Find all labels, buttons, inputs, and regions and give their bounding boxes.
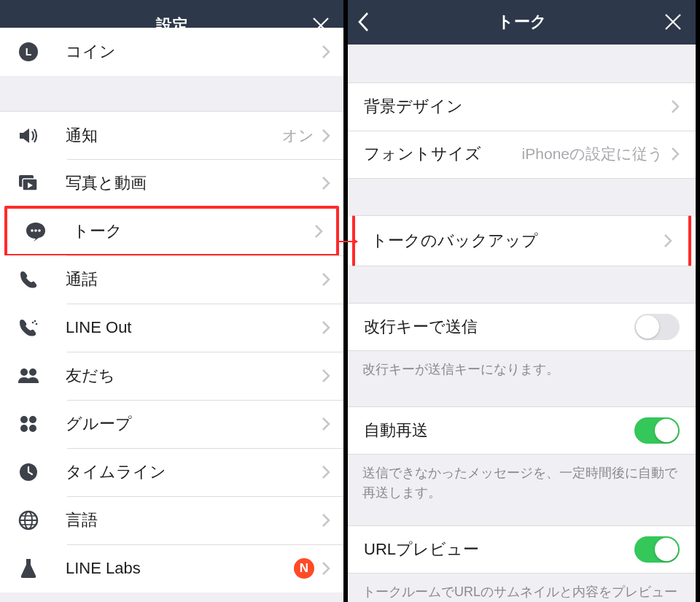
notifications-label: 通知 xyxy=(44,125,282,147)
settings-pane: 設定 L コイン 通知 オン xyxy=(0,0,348,602)
chevron-right-icon xyxy=(322,45,330,59)
svg-point-5 xyxy=(31,229,34,232)
coin-icon: L xyxy=(13,41,44,63)
talk-header: トーク xyxy=(348,0,696,45)
url-preview-label: URLプレビュー xyxy=(364,539,634,560)
chevron-right-icon xyxy=(322,128,330,143)
row-talk-backup[interactable]: トークのバックアップ xyxy=(352,215,691,266)
chevron-right-icon xyxy=(664,234,672,248)
chevron-right-icon xyxy=(314,224,323,239)
svg-point-6 xyxy=(34,229,37,232)
clock-icon xyxy=(13,462,44,482)
url-preview-note: トークルームでURLのサムネイルと内容をプレビュー xyxy=(348,574,696,602)
enter-send-label: 改行キーで送信 xyxy=(364,316,634,338)
language-label: 言語 xyxy=(44,509,322,531)
row-language[interactable]: 言語 xyxy=(0,496,343,544)
svg-point-14 xyxy=(29,416,36,423)
row-calls[interactable]: 通話 xyxy=(0,255,343,304)
bg-label: 背景デザイン xyxy=(364,96,671,117)
svg-text:L: L xyxy=(26,46,32,58)
row-photos-videos[interactable]: 写真と動画 xyxy=(0,159,343,207)
friends-label: 友だち xyxy=(44,365,322,387)
coin-label: コイン xyxy=(44,41,322,63)
row-timeline[interactable]: タイムライン xyxy=(0,448,343,496)
font-value: iPhoneの設定に従う xyxy=(522,144,664,164)
connector-arrow xyxy=(338,241,357,242)
groups-label: グループ xyxy=(44,413,322,435)
svg-point-15 xyxy=(20,425,28,432)
chevron-right-icon xyxy=(671,99,680,114)
notifications-value: オン xyxy=(282,126,314,146)
auto-resend-note: 送信できなかったメッセージを、一定時間後に自動で再送します。 xyxy=(348,455,696,503)
chevron-right-icon xyxy=(322,417,330,431)
lineout-label: LINE Out xyxy=(44,318,322,337)
chat-bubble-icon xyxy=(20,221,51,242)
chevron-right-icon xyxy=(322,513,330,528)
media-icon xyxy=(13,174,44,193)
phone-out-icon xyxy=(13,317,44,338)
svg-point-9 xyxy=(34,320,36,323)
row-font-size[interactable]: フォントサイズ iPhoneの設定に従う xyxy=(348,131,696,179)
globe-icon xyxy=(13,510,44,530)
row-enter-send[interactable]: 改行キーで送信 xyxy=(348,303,696,351)
talk-title: トーク xyxy=(497,11,547,33)
enter-send-note: 改行キーが送信キーになります。 xyxy=(348,351,696,379)
photos-label: 写真と動画 xyxy=(44,172,322,194)
enter-send-toggle[interactable] xyxy=(634,314,680,340)
timeline-label: タイムライン xyxy=(44,461,322,483)
svg-point-11 xyxy=(20,368,28,376)
calls-label: 通話 xyxy=(44,269,322,290)
talk-settings-pane: トーク 背景デザイン フォントサイズ iPhoneの設定に従う トークのバックア… xyxy=(348,0,696,602)
groups-icon xyxy=(13,414,44,434)
svg-point-12 xyxy=(29,368,36,376)
row-coin[interactable]: L コイン xyxy=(0,28,343,76)
chevron-right-icon xyxy=(322,176,330,190)
speaker-icon xyxy=(13,126,44,145)
phone-icon xyxy=(13,270,44,289)
svg-point-13 xyxy=(20,416,28,423)
svg-point-7 xyxy=(38,229,41,232)
labs-label: LINE Labs xyxy=(44,559,294,578)
row-groups[interactable]: グループ xyxy=(0,400,343,448)
row-notifications[interactable]: 通知 オン xyxy=(0,111,343,159)
chevron-right-icon xyxy=(322,561,330,576)
back-icon[interactable] xyxy=(357,11,370,33)
chevron-right-icon xyxy=(322,272,330,287)
talk-label: トーク xyxy=(51,220,314,242)
row-auto-resend[interactable]: 自動再送 xyxy=(348,406,696,455)
row-background-design[interactable]: 背景デザイン xyxy=(348,82,696,131)
auto-resend-label: 自動再送 xyxy=(364,420,634,441)
row-lineout[interactable]: LINE Out xyxy=(0,304,343,352)
row-url-preview[interactable]: URLプレビュー xyxy=(348,525,696,574)
chevron-right-icon xyxy=(322,320,330,335)
svg-point-10 xyxy=(36,323,38,325)
svg-point-16 xyxy=(29,425,36,432)
new-badge: N xyxy=(294,558,314,579)
row-friends[interactable]: 友だち xyxy=(0,352,343,400)
row-labs[interactable]: LINE Labs N xyxy=(0,544,343,593)
close-icon[interactable] xyxy=(664,12,682,31)
friends-icon xyxy=(13,367,44,385)
font-label: フォントサイズ xyxy=(364,143,522,165)
backup-label: トークのバックアップ xyxy=(371,230,664,252)
chevron-right-icon xyxy=(671,147,680,161)
chevron-right-icon xyxy=(322,368,330,383)
svg-point-8 xyxy=(32,322,34,324)
auto-resend-toggle[interactable] xyxy=(634,417,680,444)
chevron-right-icon xyxy=(322,465,330,479)
flask-icon xyxy=(13,557,44,579)
row-talk[interactable]: トーク xyxy=(4,206,339,257)
url-preview-toggle[interactable] xyxy=(634,536,680,563)
